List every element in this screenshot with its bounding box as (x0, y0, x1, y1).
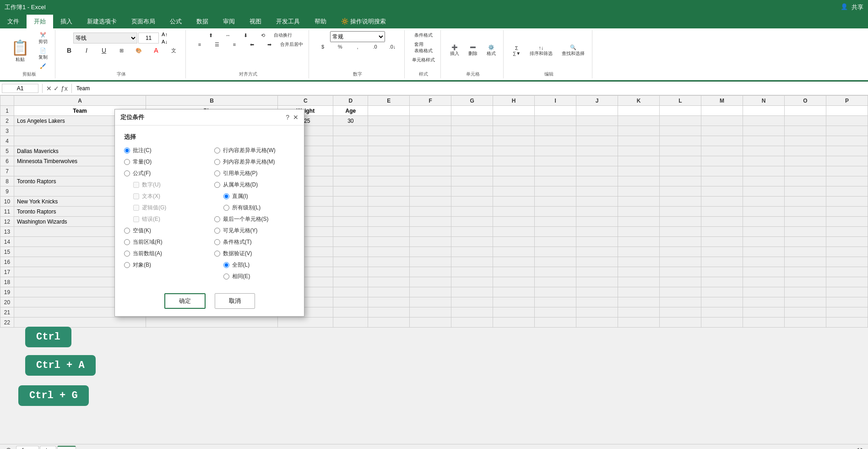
row-header-12[interactable]: 12 (0, 217, 14, 227)
cell-I15[interactable] (535, 247, 576, 257)
cell-I22[interactable] (535, 318, 576, 328)
cell-I2[interactable] (535, 116, 576, 126)
cell-F9[interactable] (410, 186, 451, 197)
cell-F5[interactable] (410, 146, 451, 156)
bold-btn[interactable]: B (61, 46, 77, 55)
cell-M11[interactable] (701, 207, 743, 217)
cell-K4[interactable] (618, 136, 660, 146)
cancel-btn[interactable]: 取消 (215, 293, 255, 309)
cell-J11[interactable] (576, 207, 618, 217)
cell-H5[interactable] (493, 146, 535, 156)
cell-P1[interactable] (826, 106, 868, 116)
option-comment[interactable]: 批注(C) (124, 147, 205, 154)
col-header-h[interactable]: H (493, 96, 535, 106)
cell-M2[interactable] (701, 116, 743, 126)
cell-F13[interactable] (410, 227, 451, 237)
col-header-i[interactable]: I (535, 96, 576, 106)
cell-N12[interactable] (743, 217, 784, 227)
cell-F19[interactable] (410, 287, 451, 297)
cell-H3[interactable] (493, 126, 535, 136)
cell-E3[interactable] (368, 126, 410, 136)
tab-developer[interactable]: 开发工具 (269, 15, 307, 28)
cell-H1[interactable] (493, 106, 535, 116)
option-dep-cell[interactable]: 从属单元格(D) (214, 181, 295, 189)
cell-K9[interactable] (618, 186, 660, 197)
cell-J10[interactable] (576, 197, 618, 207)
sheet-tab-from[interactable]: from (16, 446, 39, 449)
cell-M20[interactable] (701, 297, 743, 307)
cell-J16[interactable] (576, 257, 618, 267)
cell-E22[interactable] (368, 318, 410, 328)
cell-P21[interactable] (826, 307, 868, 318)
row-header-15[interactable]: 15 (0, 247, 14, 257)
cell-D6[interactable] (333, 156, 368, 166)
cell-J22[interactable] (576, 318, 618, 328)
font-name-select[interactable]: 等线 (73, 33, 137, 44)
option-blank[interactable]: 空值(K) (124, 227, 205, 235)
col-header-e[interactable]: E (368, 96, 410, 106)
cell-H16[interactable] (493, 257, 535, 267)
cell-I21[interactable] (535, 307, 576, 318)
cell-F20[interactable] (410, 297, 451, 307)
cell-D21[interactable] (333, 307, 368, 318)
cell-H20[interactable] (493, 297, 535, 307)
cell-N13[interactable] (743, 227, 784, 237)
option-row-diff[interactable]: 行内容差异单元格(W) (214, 147, 295, 154)
cell-D7[interactable] (333, 166, 368, 176)
cell-J9[interactable] (576, 186, 618, 197)
cell-N5[interactable] (743, 146, 784, 156)
cell-D16[interactable] (333, 257, 368, 267)
cell-D2[interactable]: 30 (333, 116, 368, 126)
cell-H17[interactable] (493, 267, 535, 277)
cell-styles-btn[interactable]: 单元格样式 (410, 56, 437, 64)
cell-M19[interactable] (701, 287, 743, 297)
cell-J4[interactable] (576, 136, 618, 146)
cell-O1[interactable] (784, 106, 826, 116)
cell-H12[interactable] (493, 217, 535, 227)
add-sheet-btn[interactable]: ⊕ (2, 445, 15, 449)
cell-K17[interactable] (618, 267, 660, 277)
cell-M10[interactable] (701, 197, 743, 207)
cell-O13[interactable] (784, 227, 826, 237)
cell-D13[interactable] (333, 227, 368, 237)
cell-L14[interactable] (660, 237, 701, 247)
cell-D8[interactable] (333, 176, 368, 186)
cell-O15[interactable] (784, 247, 826, 257)
cell-N10[interactable] (743, 197, 784, 207)
cell-K12[interactable] (618, 217, 660, 227)
cell-F15[interactable] (410, 247, 451, 257)
comma-btn[interactable]: , (349, 43, 366, 50)
cell-M6[interactable] (701, 156, 743, 166)
cell-O19[interactable] (784, 287, 826, 297)
tab-newtab[interactable]: 新建选项卡 (80, 15, 124, 28)
cell-F6[interactable] (410, 156, 451, 166)
cell-F10[interactable] (410, 197, 451, 207)
cell-N9[interactable] (743, 186, 784, 197)
align-bottom-btn[interactable]: ⬇ (237, 32, 254, 39)
cell-P14[interactable] (826, 237, 868, 247)
cell-G11[interactable] (451, 207, 493, 217)
cell-E13[interactable] (368, 227, 410, 237)
cell-F1[interactable] (410, 106, 451, 116)
cell-H7[interactable] (493, 166, 535, 176)
underline-btn[interactable]: U (96, 46, 112, 55)
cell-H21[interactable] (493, 307, 535, 318)
percent-btn[interactable]: % (332, 43, 348, 50)
user-icon[interactable]: 👤 (841, 3, 848, 11)
autosum-btn[interactable]: Σ∑▼ (509, 44, 524, 58)
col-header-b[interactable]: B (146, 96, 278, 106)
formula-input[interactable] (74, 84, 866, 93)
cell-I17[interactable] (535, 267, 576, 277)
cell-P5[interactable] (826, 146, 868, 156)
cell-J14[interactable] (576, 237, 618, 247)
cell-E21[interactable] (368, 307, 410, 318)
cell-N15[interactable] (743, 247, 784, 257)
cell-G9[interactable] (451, 186, 493, 197)
cell-F4[interactable] (410, 136, 451, 146)
cell-P7[interactable] (826, 166, 868, 176)
option-direct[interactable]: 直属(I) (223, 192, 295, 200)
cell-H19[interactable] (493, 287, 535, 297)
cell-O18[interactable] (784, 277, 826, 287)
cancel-formula-icon[interactable]: ✕ (46, 85, 52, 92)
cell-H13[interactable] (493, 227, 535, 237)
